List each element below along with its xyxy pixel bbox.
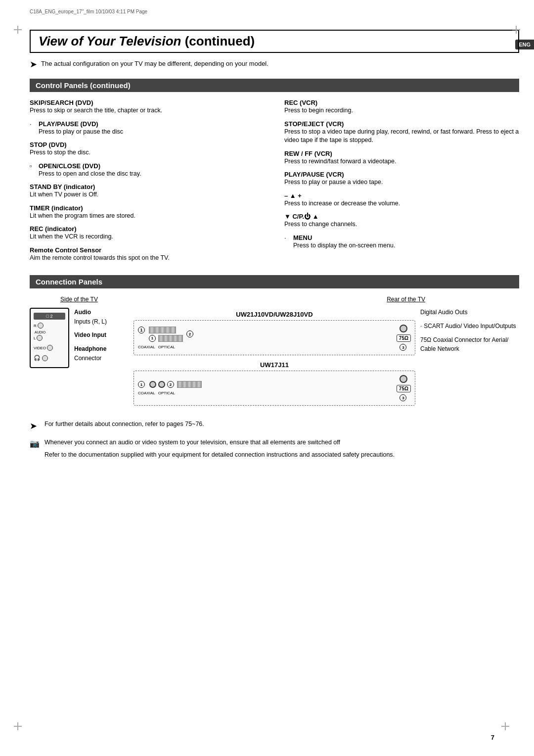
item-stop-dvd: STOP (DVD) Press to stop the disc. xyxy=(30,141,265,157)
note-3-text: Refer to the documentation supplied with… xyxy=(44,450,395,460)
camera-icon: 📷 xyxy=(30,438,41,450)
tv-top-bar: □ 2 xyxy=(34,313,65,320)
optical-port xyxy=(158,381,165,388)
control-panels-right: REC (VCR) Press to begin recording. STOP… xyxy=(279,99,519,267)
rear-port-row-1: 1 1 2 xyxy=(138,327,394,342)
item-play-pause-dvd: · PLAY/PAUSE (DVD) Press to play or paus… xyxy=(30,120,265,137)
note-1: ➤ For further details about connection, … xyxy=(30,420,519,433)
connection-panels-header: Connection Panels xyxy=(30,275,519,288)
control-panels-left: SKIP/SEARCH (DVD) Press to skip or searc… xyxy=(30,99,279,267)
tv-side-column: □ 2 R AUDIO L xyxy=(30,308,129,412)
rear-tv-inner-1: 1 1 2 xyxy=(138,327,394,349)
crosshair-top-left xyxy=(14,26,22,34)
port-num-2-3: 3 xyxy=(400,394,406,401)
port-num-2: 2 xyxy=(186,331,193,337)
bullet-icon: · xyxy=(30,120,36,128)
audio-l-port: L xyxy=(34,335,65,341)
item-channel: ▼ C/P.⏻ ▲ Press to change channels. xyxy=(284,213,519,229)
connection-inner: □ 2 R AUDIO L xyxy=(30,308,519,412)
item-skip-search: SKIP/SEARCH (DVD) Press to skip or searc… xyxy=(30,99,265,115)
model1-label: UW21J10VD/UW28J10VD xyxy=(134,311,415,318)
crosshair-bottom-right xyxy=(501,722,509,730)
arrow-note-text: The actual configuration on your TV may … xyxy=(41,60,268,67)
crosshair-bottom-left xyxy=(14,722,22,730)
rear-port-row-2: 1 2 xyxy=(138,381,394,388)
item-timer: TIMER (indicator) Lit when the program t… xyxy=(30,204,265,221)
info-item-3: 75Ω Coaxial Connector for Aerial/ Cable … xyxy=(420,335,519,353)
page-number: 7 xyxy=(491,734,494,741)
info-column: Digital Audio Outs ·SCART Audio/ Video I… xyxy=(420,308,519,412)
crosshair-top-right xyxy=(512,26,520,34)
optical-label: OPTICAL xyxy=(158,345,175,349)
headphone-desc: Connector xyxy=(74,355,101,362)
side-annotations: Audio Inputs (R, L) Video Input Headphon… xyxy=(74,308,107,363)
item-remote-sensor: Remote Control Sensor Aim the remote con… xyxy=(30,246,265,263)
headphone-port: 🎧 xyxy=(34,355,65,361)
item-rec-vcr: REC (VCR) Press to begin recording. xyxy=(284,99,519,115)
info-item-1: Digital Audio Outs xyxy=(420,308,519,317)
port-num-1b: 1 xyxy=(149,335,156,342)
port-num-3: 3 xyxy=(400,344,406,351)
control-panels-section: Control Panels (continued) SKIP/SEARCH (… xyxy=(30,79,519,267)
tv-side-diagram: □ 2 R AUDIO L xyxy=(30,308,69,368)
port-num-2-1: 1 xyxy=(138,381,145,388)
port-bottom-labels-2: COAXIAL OPTICAL xyxy=(138,390,394,395)
coaxial-label: COAXIAL xyxy=(138,345,155,349)
rear-diagram-model2: 1 2 COAXIAL OPTICAL xyxy=(134,371,415,406)
item-menu: · MENU Press to display the on-screen me… xyxy=(284,234,519,250)
aerial-port-1 xyxy=(400,325,407,332)
arrow-note: ➤ The actual configuration on your TV ma… xyxy=(30,60,519,70)
menu-bullet-icon: · xyxy=(284,234,290,241)
coaxial-label-2: COAXIAL xyxy=(138,391,155,395)
rear-diagrams-column: UW21J10VD/UW28J10VD 1 xyxy=(129,308,420,412)
control-panels-content: SKIP/SEARCH (DVD) Press to skip or searc… xyxy=(30,99,519,267)
file-info: C18A_ENG_europe_17"_film 10/10/03 4:11 P… xyxy=(30,9,147,14)
note-2-text: Whenever you connect an audio or video s… xyxy=(44,438,395,447)
port-num-2-2: 2 xyxy=(167,381,174,388)
main-title-normal: (continued) xyxy=(181,34,255,48)
video-input-label: Video Input xyxy=(74,331,106,338)
item-stop-eject: STOP/EJECT (VCR) Press to stop a video t… xyxy=(284,120,519,145)
arrow-icon-note: ➤ xyxy=(30,420,41,433)
optical-label-2: OPTICAL xyxy=(158,391,175,395)
info-item-2: ·SCART Audio/ Video Input/Outputs xyxy=(420,322,519,331)
control-panels-header: Control Panels (continued) xyxy=(30,79,519,92)
ohm-badge-2: 75Ω xyxy=(397,385,411,392)
digital-port xyxy=(149,381,156,388)
headphone-label: Headphone xyxy=(74,345,106,352)
port-num-1: 1 xyxy=(138,327,145,333)
item-stand-by: STAND BY (indicator) Lit when TV power i… xyxy=(30,183,265,199)
note-2: 📷 Whenever you connect an audio or video… xyxy=(30,438,519,460)
video-port: VIDEO xyxy=(34,345,65,351)
square-bullet-icon: ▫ xyxy=(30,162,36,170)
main-title: View of Your Television (continued) xyxy=(30,30,519,53)
port-bottom-labels-1: COAXIAL OPTICAL xyxy=(138,344,394,349)
dot-bullet: · xyxy=(420,323,422,330)
rear-tv-inner-2: 1 2 COAXIAL OPTICAL xyxy=(138,381,394,395)
aerial-port-2 xyxy=(400,375,407,383)
ohm-badge-1: 75Ω xyxy=(397,334,411,342)
bottom-notes: ➤ For further details about connection, … xyxy=(30,420,519,460)
audio-inputs-label: Audio xyxy=(74,309,91,316)
item-play-pause-vcr: PLAY/PAUSE (VCR) Press to play or pause … xyxy=(284,171,519,187)
rear-diagram-model1: 1 1 2 xyxy=(134,320,415,355)
note-1-text: For further details about connection, re… xyxy=(44,420,204,429)
rear-of-tv-label: Rear of the TV xyxy=(387,296,425,303)
model2-label: UW17J11 xyxy=(134,361,415,369)
main-title-italic: View of Your Television xyxy=(39,34,181,48)
item-open-close: ▫ OPEN/CLOSE (DVD) Press to open and clo… xyxy=(30,162,265,179)
connection-panels-section: Connection Panels Side of the TV Rear of… xyxy=(30,275,519,412)
item-volume: – ▲ + Press to increase or decrease the … xyxy=(284,192,519,208)
audio-r-port: R xyxy=(34,323,65,329)
audio-inputs-desc: Inputs (R, L) xyxy=(74,318,107,325)
side-of-tv-label: Side of the TV xyxy=(60,296,98,303)
item-rec-indicator: REC (indicator) Lit when the VCR is reco… xyxy=(30,225,265,241)
arrow-icon: ➤ xyxy=(30,59,37,70)
item-rew-ff: REW / FF (VCR) Press to rewind/fast forw… xyxy=(284,150,519,166)
